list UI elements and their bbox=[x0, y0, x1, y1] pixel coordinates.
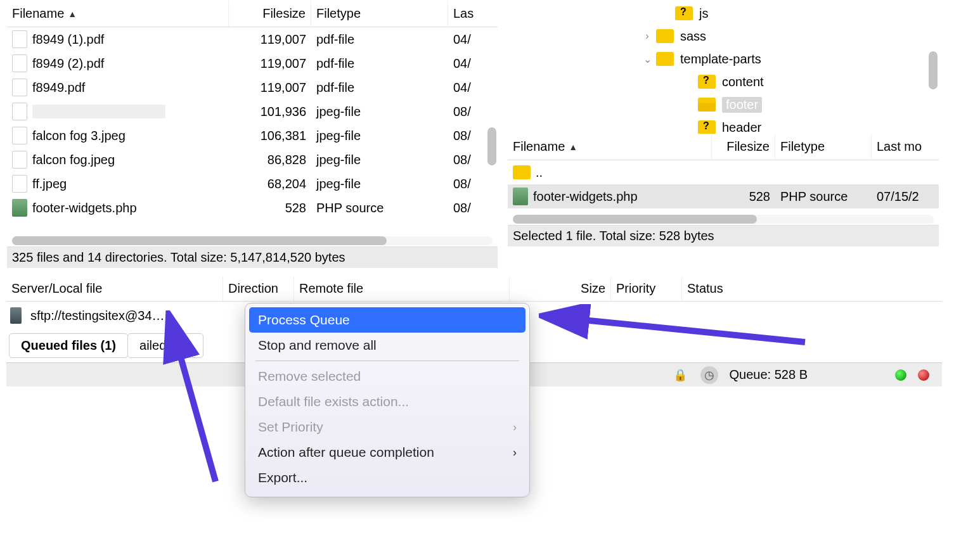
qcol-server[interactable]: Server/Local file bbox=[6, 276, 223, 301]
ctx-stop-remove-all[interactable]: Stop and remove all bbox=[245, 333, 529, 358]
ctx-action-after-completion[interactable]: Action after queue completion › bbox=[245, 440, 529, 465]
disclosure-icon[interactable] bbox=[683, 75, 695, 88]
file-row[interactable]: falcon fog 3.jpeg 106,381 jpeg-file 08/ bbox=[7, 124, 498, 148]
col-lastmod[interactable]: Las bbox=[448, 1, 486, 27]
file-row[interactable]: f8949 (1).pdf 119,007 pdf-file 04/ bbox=[7, 27, 498, 51]
blank-file-icon bbox=[12, 79, 27, 96]
php-file-icon bbox=[12, 199, 27, 217]
tree-label: content bbox=[722, 75, 764, 89]
submenu-arrow-icon: › bbox=[513, 446, 517, 459]
server-icon bbox=[10, 307, 22, 324]
disclosure-icon[interactable]: › bbox=[641, 30, 654, 42]
tab-queued-files[interactable]: Queued files (1) bbox=[9, 333, 128, 358]
submenu-arrow-icon: › bbox=[513, 421, 517, 434]
qcol-direction[interactable]: Direction bbox=[223, 276, 294, 301]
file-row[interactable]: footer-widgets.php 528 PHP source 08/ bbox=[7, 196, 498, 220]
col-filetype-remote[interactable]: Filetype bbox=[775, 134, 872, 160]
file-type: jpeg-file bbox=[311, 153, 448, 167]
blank-file-icon bbox=[12, 30, 27, 48]
tree-item[interactable]: header bbox=[508, 116, 939, 134]
local-file-panel: Filename ▲ Filesize Filetype Las f8949 (… bbox=[6, 0, 498, 269]
lock-icon[interactable]: 🔒 bbox=[671, 366, 689, 384]
file-name: .. bbox=[536, 165, 543, 180]
jpeg-file-icon bbox=[12, 103, 27, 120]
local-h-scrollbar[interactable] bbox=[12, 236, 493, 245]
disclosure-icon[interactable] bbox=[660, 7, 673, 20]
file-last: 04/ bbox=[448, 56, 486, 71]
ctx-separator bbox=[255, 361, 519, 361]
file-row[interactable]: falcon fog.jpeg 86,828 jpeg-file 08/ bbox=[7, 148, 498, 172]
php-file-icon bbox=[513, 188, 528, 205]
qcol-status[interactable]: Status bbox=[682, 276, 866, 301]
qcol-remote[interactable]: Remote file bbox=[294, 276, 510, 301]
file-row[interactable]: .. bbox=[508, 160, 939, 184]
file-size: 528 bbox=[229, 201, 311, 215]
speed-gauge-icon[interactable]: ◷ bbox=[700, 366, 718, 384]
folder-icon bbox=[656, 29, 674, 43]
file-row[interactable]: footer-widgets.php 528 PHP source 07/15/… bbox=[508, 184, 939, 208]
file-type: pdf-file bbox=[311, 56, 448, 71]
tree-item[interactable]: › sass bbox=[508, 25, 939, 48]
tree-item[interactable]: ⌄ template-parts bbox=[508, 48, 939, 70]
disclosure-icon[interactable] bbox=[683, 98, 695, 111]
queue-tabs: Queued files (1) ailed tran bbox=[9, 333, 203, 358]
ctx-process-queue[interactable]: Process Queue bbox=[249, 307, 525, 333]
remote-panel: js › sass ⌄ template-parts content foote… bbox=[507, 0, 939, 269]
file-name: f8949 (2).pdf bbox=[32, 56, 104, 71]
file-size: 119,007 bbox=[229, 32, 311, 47]
file-row[interactable]: ff.jpeg 68,204 jpeg-file 08/ bbox=[7, 172, 498, 196]
activity-send-led bbox=[895, 369, 906, 381]
local-column-headers[interactable]: Filename ▲ Filesize Filetype Las bbox=[7, 1, 498, 27]
file-type: PHP source bbox=[775, 189, 872, 204]
file-row[interactable]: f8949.pdf 119,007 pdf-file 04/ bbox=[7, 75, 498, 99]
folder-icon bbox=[675, 6, 693, 20]
file-size: 86,828 bbox=[229, 153, 311, 167]
file-type: PHP source bbox=[311, 201, 448, 215]
col-lastmod-remote[interactable]: Last mo bbox=[872, 134, 929, 160]
file-size: 119,007 bbox=[229, 56, 311, 71]
remote-status: Selected 1 file. Total size: 528 bytes bbox=[508, 225, 939, 246]
col-filesize-remote[interactable]: Filesize bbox=[712, 134, 775, 160]
col-filesize[interactable]: Filesize bbox=[229, 1, 311, 27]
qcol-size[interactable]: Size bbox=[510, 276, 611, 301]
remote-h-scrollbar[interactable] bbox=[513, 215, 934, 224]
jpeg-file-icon bbox=[12, 151, 27, 169]
file-row[interactable]: f8949 (2).pdf 119,007 pdf-file 04/ bbox=[7, 51, 498, 75]
ctx-export[interactable]: Export... bbox=[245, 465, 529, 490]
tree-label: template-parts bbox=[680, 52, 761, 67]
remote-v-scrollbar[interactable] bbox=[929, 51, 938, 89]
col-filetype[interactable]: Filetype bbox=[311, 1, 448, 27]
file-size: 528 bbox=[712, 189, 775, 204]
disclosure-icon[interactable] bbox=[683, 121, 695, 134]
tree-item[interactable]: footer bbox=[508, 93, 939, 116]
local-file-list[interactable]: f8949 (1).pdf 119,007 pdf-file 04/ f8949… bbox=[7, 27, 498, 234]
col-filename[interactable]: Filename ▲ bbox=[7, 1, 229, 27]
folder-icon bbox=[656, 52, 674, 66]
local-v-scrollbar[interactable] bbox=[487, 127, 496, 165]
file-size: 106,381 bbox=[229, 129, 311, 143]
qcol-priority[interactable]: Priority bbox=[611, 276, 682, 301]
tree-label: footer bbox=[722, 97, 762, 113]
tree-item[interactable]: js bbox=[508, 2, 939, 25]
file-name: falcon fog 3.jpeg bbox=[32, 129, 126, 143]
remote-tree[interactable]: js › sass ⌄ template-parts content foote… bbox=[508, 1, 939, 134]
file-name: falcon fog.jpeg bbox=[32, 153, 115, 167]
ctx-set-priority-label: Set Priority bbox=[258, 419, 323, 435]
sort-ascending-icon: ▲ bbox=[68, 9, 77, 19]
queue-column-headers[interactable]: Server/Local file Direction Remote file … bbox=[6, 276, 942, 302]
folder-icon bbox=[698, 120, 716, 134]
tab-failed-transfers[interactable]: ailed tran bbox=[127, 333, 203, 358]
file-type: pdf-file bbox=[311, 80, 448, 95]
disclosure-icon[interactable]: ⌄ bbox=[641, 53, 654, 65]
remote-column-headers[interactable]: Filename ▲ Filesize Filetype Last mo bbox=[508, 134, 939, 160]
file-size: 68,204 bbox=[229, 177, 311, 191]
jpeg-file-icon bbox=[12, 175, 27, 193]
file-last: 08/ bbox=[448, 105, 486, 119]
queue-size-label: Queue: 528 B bbox=[730, 367, 808, 382]
remote-file-list[interactable]: .. footer-widgets.php 528 PHP source 07/… bbox=[508, 160, 939, 212]
tree-label: js bbox=[699, 6, 708, 21]
col-filename-remote[interactable]: Filename ▲ bbox=[508, 134, 712, 160]
activity-recv-led bbox=[918, 369, 929, 381]
file-row[interactable]: 101,936 jpeg-file 08/ bbox=[7, 99, 498, 124]
tree-item[interactable]: content bbox=[508, 70, 939, 93]
